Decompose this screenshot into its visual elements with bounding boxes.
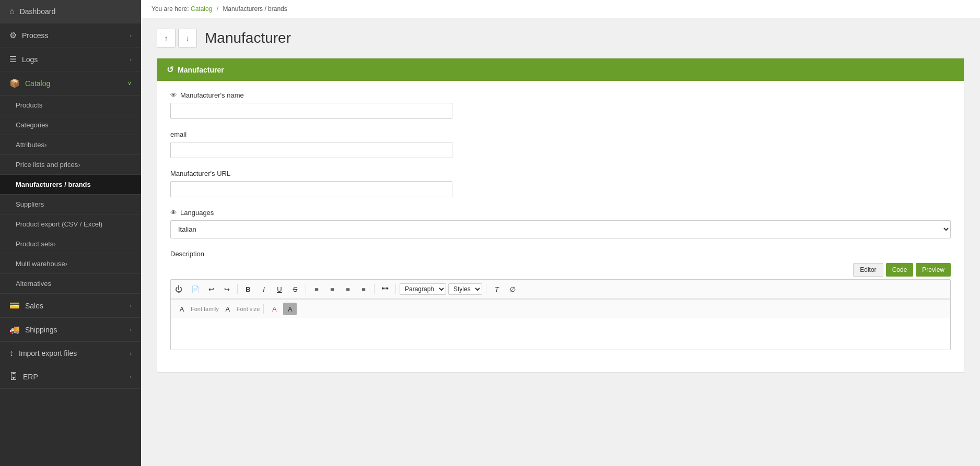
align-right-button[interactable]: ≡: [341, 283, 355, 295]
sidebar-item-erp[interactable]: 🗄 ERP ›: [0, 365, 141, 389]
redo-button[interactable]: ↪: [220, 283, 234, 295]
chevron-right-icon: ›: [130, 350, 132, 356]
sidebar-item-label: Shippings: [25, 326, 57, 334]
sidebar-item-import-export[interactable]: ↕ Import export files ›: [0, 342, 141, 365]
languages-select[interactable]: Italian English French German Spanish: [170, 220, 951, 238]
styles-select[interactable]: Styles: [448, 283, 482, 295]
sidebar: ⌂ Dashboard ⚙ Process › ☰ Logs › 📦 Catal…: [0, 0, 141, 466]
sidebar-sub-label: Attributes: [16, 141, 44, 149]
breadcrumb-current: Manufacturers / brands: [223, 5, 287, 13]
description-group: Description Editor Code Preview ⏻ 📄 ↩ ↪: [170, 250, 951, 350]
underline-button[interactable]: U: [273, 283, 286, 295]
toolbar-divider: [237, 284, 238, 294]
chevron-down-icon: ∨: [127, 80, 132, 87]
sidebar-item-suppliers[interactable]: Suppliers: [0, 195, 141, 214]
page-title-row: ↑ ↓ Manufacturer: [157, 29, 964, 47]
sidebar-item-multi-warehouse[interactable]: Multi warehouse ›: [0, 254, 141, 274]
nav-up-button[interactable]: ↑: [157, 29, 176, 47]
toolbar-label: Font family: [191, 306, 219, 312]
undo-button[interactable]: ↩: [204, 283, 218, 295]
sidebar-item-label: Process: [22, 31, 49, 40]
page-title: Manufacturer: [205, 30, 291, 46]
editor-toolbar-row1: ⏻ 📄 ↩ ↪ B I U S ≡ ≡ ≡: [171, 280, 950, 299]
form-card-body: 👁 Manufacturer's name email Manufacturer…: [157, 81, 964, 372]
email-group: email: [170, 130, 951, 158]
manufacturer-form-card: ↺ Manufacturer 👁 Manufacturer's name ema…: [157, 58, 964, 373]
remove-format-button[interactable]: T: [490, 283, 504, 295]
align-center-button[interactable]: ≡: [325, 283, 339, 295]
align-left-button[interactable]: ≡: [310, 283, 323, 295]
sidebar-item-product-export[interactable]: Product export (CSV / Excel): [0, 214, 141, 234]
new-document-button[interactable]: 📄: [189, 283, 202, 295]
editor-button[interactable]: Editor: [853, 263, 883, 277]
blockquote-button[interactable]: ❝❝: [378, 283, 392, 295]
toolbar-divider: [306, 284, 306, 294]
shipping-icon: 🚚: [9, 325, 20, 334]
editor-content[interactable]: [171, 318, 950, 350]
email-input[interactable]: [170, 142, 452, 158]
toolbar-divider: [374, 284, 375, 294]
sales-icon: 💳: [9, 301, 20, 310]
sidebar-item-label: Dashboard: [20, 7, 56, 16]
code-button[interactable]: Code: [886, 263, 914, 277]
editor-area: ⏻ 📄 ↩ ↪ B I U S ≡ ≡ ≡: [170, 279, 951, 350]
refresh-icon: ↺: [167, 65, 173, 75]
strikethrough-button[interactable]: S: [288, 283, 302, 295]
form-section-title: Manufacturer: [178, 66, 224, 74]
logs-icon: ☰: [9, 54, 17, 64]
sidebar-sub-label: Price lists and prices: [16, 161, 78, 169]
sidebar-sub-label: Alternatives: [16, 280, 51, 288]
power-icon[interactable]: ⏻: [175, 285, 182, 293]
form-card-header: ↺ Manufacturer: [157, 58, 964, 81]
font-size-button[interactable]: A: [221, 303, 235, 315]
toolbar-divider: [395, 284, 396, 294]
sidebar-item-dashboard[interactable]: ⌂ Dashboard: [0, 0, 141, 23]
sidebar-item-label: ERP: [23, 373, 38, 381]
eye-icon: 👁: [170, 91, 177, 99]
sidebar-item-sales[interactable]: 💳 Sales ›: [0, 294, 141, 318]
eye-icon: 👁: [170, 209, 177, 217]
sidebar-item-logs[interactable]: ☰ Logs ›: [0, 47, 141, 71]
sidebar-sub-label: Product sets: [16, 240, 53, 248]
sidebar-item-price-lists[interactable]: Price lists and prices ›: [0, 155, 141, 175]
chevron-right-icon: ›: [65, 260, 67, 268]
sidebar-item-alternatives[interactable]: Alternatives: [0, 274, 141, 294]
chevron-right-icon: ›: [78, 161, 80, 169]
justify-button[interactable]: ≡: [357, 283, 370, 295]
bg-color-button[interactable]: A: [283, 303, 297, 315]
chevron-right-icon: ›: [53, 240, 55, 248]
paragraph-select[interactable]: Paragraph Heading 1 Heading 2: [400, 283, 446, 295]
font-color-button[interactable]: A: [267, 303, 281, 315]
preview-button[interactable]: Preview: [916, 263, 951, 277]
editor-top-toolbar: Editor Code Preview: [170, 263, 951, 277]
manufacturer-url-input[interactable]: [170, 181, 452, 197]
toolbar-label: Font size: [237, 306, 260, 312]
manufacturer-name-input[interactable]: [170, 103, 452, 119]
sidebar-item-label: Logs: [22, 55, 38, 64]
manufacturer-url-label: Manufacturer's URL: [170, 170, 951, 177]
sidebar-item-attributes[interactable]: Attributes ›: [0, 135, 141, 155]
chevron-right-icon: ›: [130, 303, 132, 309]
manufacturer-name-group: 👁 Manufacturer's name: [170, 91, 951, 119]
font-family-button[interactable]: A: [175, 303, 189, 315]
sidebar-item-process[interactable]: ⚙ Process ›: [0, 23, 141, 47]
description-label: Description: [170, 250, 951, 258]
breadcrumb: You are here: Catalog / Manufacturers / …: [141, 0, 980, 18]
process-icon: ⚙: [9, 30, 17, 40]
italic-button[interactable]: I: [257, 283, 271, 295]
toolbar-divider: [486, 284, 486, 294]
email-label: email: [170, 130, 951, 138]
sidebar-item-catalog[interactable]: 📦 Catalog ∨: [0, 71, 141, 95]
sidebar-item-shippings[interactable]: 🚚 Shippings ›: [0, 318, 141, 342]
editor-toolbar-row2: A Font family A Font size A A: [171, 299, 950, 318]
bold-button[interactable]: B: [241, 283, 255, 295]
chevron-right-icon: ›: [44, 141, 46, 149]
sidebar-sub-label: Categories: [16, 121, 49, 129]
nav-down-button[interactable]: ↓: [178, 29, 197, 47]
sidebar-item-products[interactable]: Products: [0, 95, 141, 115]
sidebar-item-categories[interactable]: Categories: [0, 115, 141, 135]
sidebar-item-manufacturers[interactable]: Manufacturers / brands: [0, 175, 141, 195]
sidebar-item-product-sets[interactable]: Product sets ›: [0, 234, 141, 254]
breadcrumb-catalog-link[interactable]: Catalog: [191, 5, 212, 13]
clear-button[interactable]: ∅: [506, 283, 519, 295]
